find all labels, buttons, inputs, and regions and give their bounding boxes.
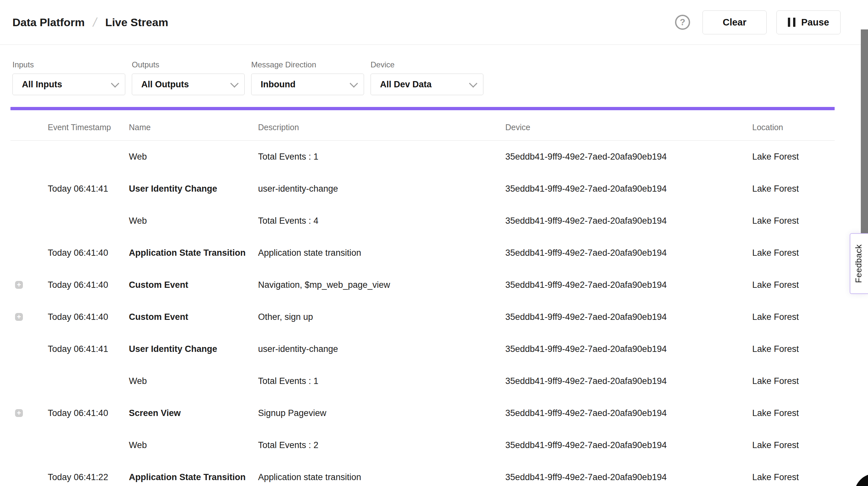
expand-row-icon[interactable]: +	[15, 409, 23, 417]
cell-device-id: 35eddb41-9ff9-49e2-7aed-20afa90eb194	[505, 248, 752, 258]
breadcrumb-page-title: Live Stream	[105, 16, 168, 29]
cell-event-timestamp: Today 06:41:40	[48, 312, 129, 322]
column-header-timestamp: Event Timestamp	[48, 123, 129, 132]
cell-device-id: 35eddb41-9ff9-49e2-7aed-20afa90eb194	[505, 312, 752, 322]
feedback-tab[interactable]: Feedback	[850, 233, 868, 294]
device-select[interactable]: All Dev Data	[371, 73, 484, 95]
cell-location: Lake Forest	[752, 184, 835, 194]
table-row: + Today 06:41:22 Application State Trans…	[10, 461, 835, 486]
expand-cell: +	[10, 249, 48, 257]
expand-cell: +	[10, 313, 48, 321]
pause-button-label: Pause	[801, 17, 829, 28]
device-filter-label: Device	[371, 60, 484, 69]
outputs-select[interactable]: All Outputs	[132, 73, 245, 95]
vertical-scrollbar-thumb[interactable]	[861, 29, 868, 238]
cell-event-name: User Identity Change	[129, 184, 258, 194]
cell-description: Total Events : 1	[258, 376, 505, 386]
filter-bar: Inputs All Inputs Outputs All Outputs Me…	[0, 45, 868, 107]
cell-device-id: 35eddb41-9ff9-49e2-7aed-20afa90eb194	[505, 216, 752, 226]
filter-message-direction: Message Direction Inbound	[251, 60, 364, 107]
cell-location: Lake Forest	[752, 216, 835, 226]
cell-location: Lake Forest	[752, 280, 835, 290]
cell-event-name: User Identity Change	[129, 344, 258, 354]
cell-event-name: Application State Transition	[129, 472, 258, 482]
table-row: + Today 06:41:41 User Identity Change us…	[10, 173, 835, 205]
cell-description: Total Events : 4	[258, 216, 505, 226]
cell-event-name: Custom Event	[129, 280, 258, 290]
help-icon[interactable]: ?	[675, 15, 690, 30]
pause-icon	[788, 18, 796, 27]
expand-cell: +	[10, 473, 48, 481]
inputs-select[interactable]: All Inputs	[12, 73, 125, 95]
cell-event-name: Web	[129, 376, 258, 386]
filter-inputs: Inputs All Inputs	[12, 60, 125, 107]
cell-event-timestamp: Today 06:41:40	[48, 280, 129, 290]
table-row: + Web Total Events : 2 35eddb41-9ff9-49e…	[10, 429, 835, 461]
cell-location: Lake Forest	[752, 248, 835, 258]
breadcrumb-section[interactable]: Data Platform	[12, 16, 85, 29]
breadcrumb-separator-icon: /	[92, 16, 98, 29]
cell-device-id: 35eddb41-9ff9-49e2-7aed-20afa90eb194	[505, 184, 752, 194]
cell-location: Lake Forest	[752, 344, 835, 354]
table-row: + Today 06:41:40 Custom Event Other, sig…	[10, 301, 835, 333]
plus-glyph: +	[17, 281, 21, 288]
clear-button-label: Clear	[723, 17, 747, 28]
column-header-name: Name	[129, 123, 258, 132]
table-row: + Web Total Events : 1 35eddb41-9ff9-49e…	[10, 365, 835, 397]
cell-device-id: 35eddb41-9ff9-49e2-7aed-20afa90eb194	[505, 472, 752, 482]
cell-event-name: Custom Event	[129, 312, 258, 322]
table-row: + Today 06:41:40 Screen View Signup Page…	[10, 397, 835, 429]
chevron-down-icon	[469, 79, 477, 87]
table-row: + Today 06:41:41 User Identity Change us…	[10, 333, 835, 365]
expand-cell: +	[10, 217, 48, 225]
plus-glyph: +	[17, 313, 21, 321]
cell-location: Lake Forest	[752, 312, 835, 322]
cell-description: user-identity-change	[258, 344, 505, 354]
expand-cell: +	[10, 441, 48, 449]
cell-location: Lake Forest	[752, 472, 835, 482]
cell-event-name: Web	[129, 152, 258, 162]
plus-glyph: +	[17, 409, 21, 417]
message-direction-select[interactable]: Inbound	[251, 73, 364, 95]
clear-button[interactable]: Clear	[703, 10, 767, 34]
table-row: + Today 06:41:40 Custom Event Navigation…	[10, 269, 835, 301]
cell-event-name: Web	[129, 216, 258, 226]
cell-description: user-identity-change	[258, 184, 505, 194]
cell-event-name: Application State Transition	[129, 248, 258, 258]
device-select-value: All Dev Data	[380, 80, 432, 90]
expand-cell: +	[10, 185, 48, 193]
outputs-filter-label: Outputs	[132, 60, 245, 69]
cell-event-name: Screen View	[129, 408, 258, 418]
cell-location: Lake Forest	[752, 408, 835, 418]
chevron-down-icon	[111, 79, 119, 87]
column-header-device: Device	[505, 123, 752, 132]
table-row: + Web Total Events : 1 35eddb41-9ff9-49e…	[10, 141, 835, 173]
pause-button[interactable]: Pause	[776, 10, 840, 34]
chevron-down-icon	[350, 79, 358, 87]
cell-device-id: 35eddb41-9ff9-49e2-7aed-20afa90eb194	[505, 376, 752, 386]
cell-description: Application state transition	[258, 472, 505, 482]
filter-device: Device All Dev Data	[371, 60, 484, 107]
message-direction-select-value: Inbound	[261, 80, 295, 90]
chevron-down-icon	[230, 79, 239, 87]
header-actions: ? Clear Pause	[675, 10, 840, 34]
cell-device-id: 35eddb41-9ff9-49e2-7aed-20afa90eb194	[505, 344, 752, 354]
expand-row-icon[interactable]: +	[15, 281, 23, 289]
cell-event-timestamp: Today 06:41:40	[48, 408, 129, 418]
expand-cell: +	[10, 281, 48, 289]
expand-cell: +	[10, 409, 48, 417]
cell-description: Navigation, $mp_web_page_view	[258, 280, 505, 290]
expand-row-icon[interactable]: +	[15, 313, 23, 321]
column-header-location: Location	[752, 123, 835, 132]
expand-cell: +	[10, 153, 48, 160]
table-row: + Web Total Events : 4 35eddb41-9ff9-49e…	[10, 205, 835, 237]
cell-device-id: 35eddb41-9ff9-49e2-7aed-20afa90eb194	[505, 440, 752, 450]
inputs-filter-label: Inputs	[12, 60, 125, 69]
cell-description: Total Events : 1	[258, 152, 505, 162]
cell-description: Total Events : 2	[258, 440, 505, 450]
top-header: Data Platform / Live Stream ? Clear Paus…	[0, 0, 868, 45]
breadcrumb: Data Platform / Live Stream	[12, 16, 168, 29]
inputs-select-value: All Inputs	[22, 80, 62, 90]
chat-widget-button[interactable]	[854, 474, 868, 486]
expand-cell: +	[10, 377, 48, 385]
